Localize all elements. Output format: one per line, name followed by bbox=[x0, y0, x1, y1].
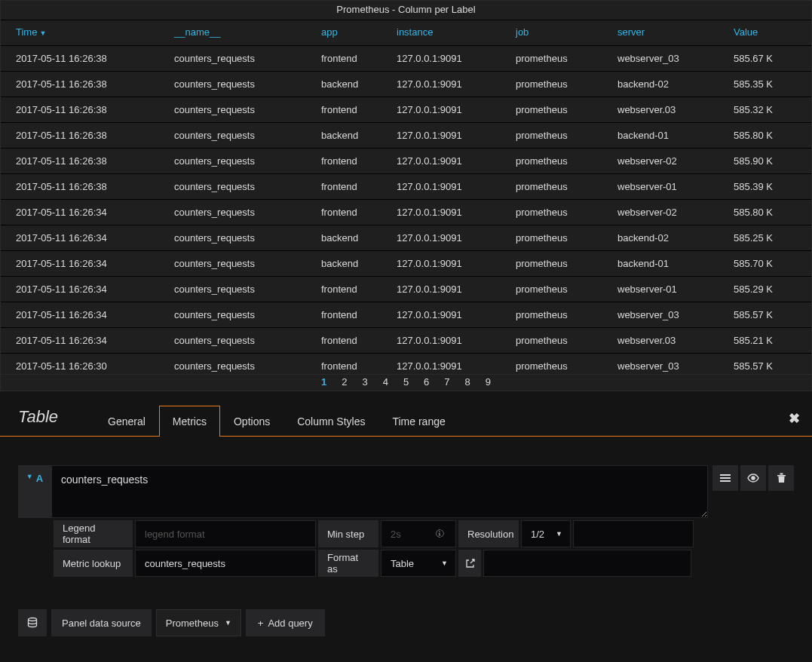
table-cell: 585.25 K bbox=[719, 225, 811, 251]
svg-rect-5 bbox=[780, 474, 783, 475]
close-icon[interactable]: ✖ bbox=[789, 410, 800, 436]
legend-format-input[interactable] bbox=[135, 520, 316, 547]
resolution-select[interactable]: 1/2 ▼ bbox=[521, 520, 571, 547]
table-row: 2017-05-11 16:26:30counters_requestsfron… bbox=[1, 354, 811, 375]
tab-general[interactable]: General bbox=[94, 406, 159, 437]
table-cell: 2017-05-11 16:26:34 bbox=[1, 200, 159, 225]
table-cell: counters_requests bbox=[159, 225, 306, 251]
datasource-bar: Panel data source Prometheus ▼ + Add que… bbox=[0, 594, 812, 654]
column-header[interactable]: instance bbox=[381, 20, 501, 46]
column-header[interactable]: server bbox=[602, 20, 719, 46]
trash-icon[interactable] bbox=[768, 465, 794, 491]
table-cell: 127.0.0.1:9091 bbox=[381, 97, 501, 123]
column-header[interactable]: Value bbox=[719, 20, 811, 46]
table-cell: prometheus bbox=[501, 225, 602, 251]
table-cell: webserver-01 bbox=[602, 277, 719, 302]
column-header[interactable]: __name__ bbox=[159, 20, 306, 46]
link-icon[interactable] bbox=[458, 550, 481, 577]
page-link[interactable]: 2 bbox=[334, 376, 354, 388]
table-row: 2017-05-11 16:26:38counters_requestsfron… bbox=[1, 46, 811, 72]
page-link[interactable]: 3 bbox=[354, 376, 375, 388]
table-cell: 2017-05-11 16:26:34 bbox=[1, 302, 159, 328]
table-cell: 127.0.0.1:9091 bbox=[381, 72, 501, 97]
page-link[interactable]: 4 bbox=[375, 376, 396, 388]
column-header[interactable]: Time▼ bbox=[1, 20, 159, 46]
page-link[interactable]: 5 bbox=[396, 376, 416, 388]
tab-options[interactable]: Options bbox=[220, 406, 283, 437]
page-link[interactable]: 9 bbox=[478, 376, 498, 388]
table-cell: backend-01 bbox=[602, 123, 719, 149]
column-header[interactable]: app bbox=[306, 20, 381, 46]
table-cell: 2017-05-11 16:26:34 bbox=[1, 251, 159, 277]
table-cell: prometheus bbox=[501, 149, 602, 174]
spacer bbox=[573, 520, 694, 547]
table-cell: 127.0.0.1:9091 bbox=[381, 302, 501, 328]
table-cell: backend bbox=[306, 123, 381, 149]
add-query-button[interactable]: + Add query bbox=[246, 609, 325, 636]
table-cell: 127.0.0.1:9091 bbox=[381, 200, 501, 225]
table-cell: 2017-05-11 16:26:34 bbox=[1, 225, 159, 251]
table-cell: prometheus bbox=[501, 72, 602, 97]
table-cell: counters_requests bbox=[159, 46, 306, 72]
query-editor: ▼ A Legend format Min step bbox=[0, 437, 812, 594]
svg-point-6 bbox=[29, 618, 37, 621]
page-link[interactable]: 1 bbox=[314, 376, 334, 388]
table-cell: prometheus bbox=[501, 251, 602, 277]
table-cell: counters_requests bbox=[159, 277, 306, 302]
table-cell: counters_requests bbox=[159, 97, 306, 123]
pager: 123456789 bbox=[1, 374, 811, 391]
editor-title: Table bbox=[18, 407, 58, 436]
table-cell: webserver-02 bbox=[602, 149, 719, 174]
table-cell: backend bbox=[306, 72, 381, 97]
table-cell: counters_requests bbox=[159, 251, 306, 277]
table-cell: frontend bbox=[306, 200, 381, 225]
table-cell: 127.0.0.1:9091 bbox=[381, 149, 501, 174]
table-cell: 585.67 K bbox=[719, 46, 811, 72]
datasource-select[interactable]: Prometheus ▼ bbox=[156, 609, 241, 636]
table-cell: 585.80 K bbox=[719, 123, 811, 149]
table-cell: 2017-05-11 16:26:34 bbox=[1, 328, 159, 354]
menu-icon[interactable] bbox=[712, 465, 738, 491]
editor-tabs: GeneralMetricsOptionsColumn StylesTime r… bbox=[94, 405, 459, 436]
table-cell: backend bbox=[306, 225, 381, 251]
table-cell: 585.80 K bbox=[719, 200, 811, 225]
tab-metrics[interactable]: Metrics bbox=[159, 406, 220, 437]
table-cell: prometheus bbox=[501, 302, 602, 328]
table-cell: counters_requests bbox=[159, 123, 306, 149]
table-cell: 2017-05-11 16:26:38 bbox=[1, 174, 159, 200]
table-cell: 2017-05-11 16:26:30 bbox=[1, 354, 159, 375]
metric-lookup-input[interactable] bbox=[135, 550, 316, 577]
table-cell: webserver.03 bbox=[602, 328, 719, 354]
column-header[interactable]: job bbox=[501, 20, 602, 46]
tab-column-styles[interactable]: Column Styles bbox=[283, 406, 378, 437]
editor-header: Table GeneralMetricsOptionsColumn Styles… bbox=[0, 405, 812, 437]
info-icon[interactable]: 🛈 bbox=[435, 529, 450, 539]
table-cell: 585.57 K bbox=[719, 354, 811, 375]
table-scroll[interactable]: Time▼__name__appinstancejobserverValue 2… bbox=[1, 20, 811, 374]
table-cell: 585.29 K bbox=[719, 277, 811, 302]
query-input[interactable] bbox=[51, 465, 708, 518]
eye-icon[interactable] bbox=[740, 465, 766, 491]
page-link[interactable]: 8 bbox=[458, 376, 478, 388]
page-link[interactable]: 6 bbox=[416, 376, 437, 388]
svg-point-3 bbox=[752, 477, 755, 480]
table-cell: frontend bbox=[306, 354, 381, 375]
tab-time-range[interactable]: Time range bbox=[378, 406, 458, 437]
spacer bbox=[483, 550, 691, 577]
query-toggle[interactable]: ▼ A bbox=[18, 465, 51, 518]
table-cell: 2017-05-11 16:26:38 bbox=[1, 97, 159, 123]
table-cell: 127.0.0.1:9091 bbox=[381, 277, 501, 302]
min-step-label: Min step bbox=[318, 520, 378, 547]
format-as-label: Format as bbox=[318, 550, 378, 577]
caret-down-icon: ▼ bbox=[441, 559, 448, 567]
table-cell: 127.0.0.1:9091 bbox=[381, 174, 501, 200]
table-cell: frontend bbox=[306, 46, 381, 72]
table-cell: prometheus bbox=[501, 200, 602, 225]
table-cell: 2017-05-11 16:26:34 bbox=[1, 277, 159, 302]
table-cell: counters_requests bbox=[159, 302, 306, 328]
database-icon bbox=[18, 609, 47, 636]
page-link[interactable]: 7 bbox=[437, 376, 457, 388]
table-cell: prometheus bbox=[501, 328, 602, 354]
format-as-select[interactable]: Table ▼ bbox=[381, 550, 456, 577]
table-cell: 127.0.0.1:9091 bbox=[381, 46, 501, 72]
